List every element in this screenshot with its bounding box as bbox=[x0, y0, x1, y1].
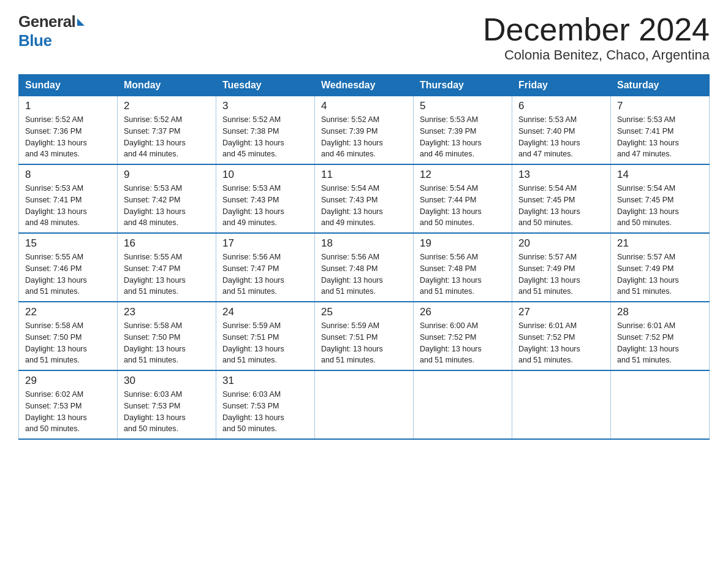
day-number: 25 bbox=[321, 306, 407, 318]
day-number: 16 bbox=[124, 237, 210, 250]
day-info: Sunrise: 6:03 AM Sunset: 7:53 PM Dayligh… bbox=[124, 389, 210, 435]
day-number: 28 bbox=[617, 306, 703, 318]
day-number: 15 bbox=[25, 237, 111, 250]
calendar-cell: 31 Sunrise: 6:03 AM Sunset: 7:53 PM Dayl… bbox=[216, 370, 315, 439]
logo-blue-text: Blue bbox=[18, 31, 51, 50]
calendar-cell: 27 Sunrise: 6:01 AM Sunset: 7:52 PM Dayl… bbox=[512, 302, 611, 370]
calendar-cell: 24 Sunrise: 5:59 AM Sunset: 7:51 PM Dayl… bbox=[216, 302, 315, 370]
day-number: 11 bbox=[321, 169, 407, 181]
calendar-cell: 2 Sunrise: 5:52 AM Sunset: 7:37 PM Dayli… bbox=[118, 96, 216, 165]
calendar-cell: 26 Sunrise: 6:00 AM Sunset: 7:52 PM Dayl… bbox=[414, 302, 512, 370]
calendar-cell: 15 Sunrise: 5:55 AM Sunset: 7:46 PM Dayl… bbox=[19, 233, 118, 302]
calendar-week-row: 29 Sunrise: 6:02 AM Sunset: 7:53 PM Dayl… bbox=[19, 370, 710, 439]
day-number: 7 bbox=[617, 100, 703, 112]
logo: General Blue bbox=[18, 12, 85, 50]
day-info: Sunrise: 5:54 AM Sunset: 7:44 PM Dayligh… bbox=[420, 183, 506, 229]
day-info: Sunrise: 5:53 AM Sunset: 7:42 PM Dayligh… bbox=[124, 183, 210, 229]
day-info: Sunrise: 5:56 AM Sunset: 7:48 PM Dayligh… bbox=[420, 251, 506, 297]
calendar-cell: 29 Sunrise: 6:02 AM Sunset: 7:53 PM Dayl… bbox=[19, 370, 118, 439]
day-number: 29 bbox=[25, 375, 111, 387]
calendar-header-row: SundayMondayTuesdayWednesdayThursdayFrid… bbox=[19, 75, 710, 96]
day-number: 27 bbox=[518, 306, 604, 318]
day-number: 3 bbox=[222, 100, 308, 112]
day-number: 19 bbox=[420, 237, 506, 250]
calendar-table: SundayMondayTuesdayWednesdayThursdayFrid… bbox=[18, 74, 710, 440]
day-number: 5 bbox=[420, 100, 506, 112]
column-header-friday: Friday bbox=[512, 75, 611, 96]
day-info: Sunrise: 6:03 AM Sunset: 7:53 PM Dayligh… bbox=[222, 389, 308, 435]
day-info: Sunrise: 5:57 AM Sunset: 7:49 PM Dayligh… bbox=[617, 251, 703, 297]
calendar-cell bbox=[315, 370, 414, 439]
day-info: Sunrise: 5:53 AM Sunset: 7:41 PM Dayligh… bbox=[25, 183, 111, 229]
day-info: Sunrise: 6:01 AM Sunset: 7:52 PM Dayligh… bbox=[617, 320, 703, 366]
calendar-cell: 25 Sunrise: 5:59 AM Sunset: 7:51 PM Dayl… bbox=[315, 302, 414, 370]
day-info: Sunrise: 5:52 AM Sunset: 7:36 PM Dayligh… bbox=[25, 114, 111, 160]
calendar-cell: 12 Sunrise: 5:54 AM Sunset: 7:44 PM Dayl… bbox=[414, 164, 512, 233]
calendar-week-row: 22 Sunrise: 5:58 AM Sunset: 7:50 PM Dayl… bbox=[19, 302, 710, 370]
day-info: Sunrise: 5:53 AM Sunset: 7:39 PM Dayligh… bbox=[420, 114, 506, 160]
calendar-week-row: 1 Sunrise: 5:52 AM Sunset: 7:36 PM Dayli… bbox=[19, 96, 710, 165]
day-info: Sunrise: 5:52 AM Sunset: 7:37 PM Dayligh… bbox=[124, 114, 210, 160]
calendar-cell: 22 Sunrise: 5:58 AM Sunset: 7:50 PM Dayl… bbox=[19, 302, 118, 370]
day-info: Sunrise: 5:54 AM Sunset: 7:45 PM Dayligh… bbox=[518, 183, 604, 229]
day-info: Sunrise: 5:55 AM Sunset: 7:47 PM Dayligh… bbox=[124, 251, 210, 297]
calendar-cell: 16 Sunrise: 5:55 AM Sunset: 7:47 PM Dayl… bbox=[118, 233, 216, 302]
day-number: 30 bbox=[124, 375, 210, 387]
day-info: Sunrise: 5:53 AM Sunset: 7:40 PM Dayligh… bbox=[518, 114, 604, 160]
day-info: Sunrise: 6:02 AM Sunset: 7:53 PM Dayligh… bbox=[25, 389, 111, 435]
calendar-cell: 19 Sunrise: 5:56 AM Sunset: 7:48 PM Dayl… bbox=[414, 233, 512, 302]
title-block: December 2024 Colonia Benitez, Chaco, Ar… bbox=[483, 12, 710, 63]
calendar-title: December 2024 bbox=[483, 12, 710, 47]
calendar-cell bbox=[414, 370, 512, 439]
calendar-cell bbox=[512, 370, 611, 439]
day-info: Sunrise: 5:53 AM Sunset: 7:43 PM Dayligh… bbox=[222, 183, 308, 229]
page-header: General Blue December 2024 Colonia Benit… bbox=[18, 12, 710, 63]
column-header-tuesday: Tuesday bbox=[216, 75, 315, 96]
logo-general-text: General bbox=[18, 12, 75, 31]
day-info: Sunrise: 5:58 AM Sunset: 7:50 PM Dayligh… bbox=[25, 320, 111, 366]
day-number: 23 bbox=[124, 306, 210, 318]
calendar-cell: 23 Sunrise: 5:58 AM Sunset: 7:50 PM Dayl… bbox=[118, 302, 216, 370]
calendar-week-row: 15 Sunrise: 5:55 AM Sunset: 7:46 PM Dayl… bbox=[19, 233, 710, 302]
day-number: 13 bbox=[518, 169, 604, 181]
day-info: Sunrise: 5:53 AM Sunset: 7:41 PM Dayligh… bbox=[617, 114, 703, 160]
calendar-cell: 30 Sunrise: 6:03 AM Sunset: 7:53 PM Dayl… bbox=[118, 370, 216, 439]
day-number: 18 bbox=[321, 237, 407, 250]
calendar-cell bbox=[611, 370, 710, 439]
calendar-week-row: 8 Sunrise: 5:53 AM Sunset: 7:41 PM Dayli… bbox=[19, 164, 710, 233]
column-header-thursday: Thursday bbox=[414, 75, 512, 96]
day-info: Sunrise: 5:52 AM Sunset: 7:39 PM Dayligh… bbox=[321, 114, 407, 160]
day-number: 9 bbox=[124, 169, 210, 181]
day-info: Sunrise: 5:55 AM Sunset: 7:46 PM Dayligh… bbox=[25, 251, 111, 297]
column-header-saturday: Saturday bbox=[611, 75, 710, 96]
day-number: 4 bbox=[321, 100, 407, 112]
day-number: 31 bbox=[222, 375, 308, 387]
calendar-cell: 1 Sunrise: 5:52 AM Sunset: 7:36 PM Dayli… bbox=[19, 96, 118, 165]
calendar-cell: 9 Sunrise: 5:53 AM Sunset: 7:42 PM Dayli… bbox=[118, 164, 216, 233]
day-info: Sunrise: 5:59 AM Sunset: 7:51 PM Dayligh… bbox=[321, 320, 407, 366]
day-number: 2 bbox=[124, 100, 210, 112]
column-header-wednesday: Wednesday bbox=[315, 75, 414, 96]
day-info: Sunrise: 5:54 AM Sunset: 7:43 PM Dayligh… bbox=[321, 183, 407, 229]
calendar-cell: 17 Sunrise: 5:56 AM Sunset: 7:47 PM Dayl… bbox=[216, 233, 315, 302]
day-number: 1 bbox=[25, 100, 111, 112]
calendar-cell: 21 Sunrise: 5:57 AM Sunset: 7:49 PM Dayl… bbox=[611, 233, 710, 302]
day-info: Sunrise: 5:56 AM Sunset: 7:48 PM Dayligh… bbox=[321, 251, 407, 297]
day-info: Sunrise: 5:58 AM Sunset: 7:50 PM Dayligh… bbox=[124, 320, 210, 366]
column-header-monday: Monday bbox=[118, 75, 216, 96]
day-number: 8 bbox=[25, 169, 111, 181]
calendar-cell: 6 Sunrise: 5:53 AM Sunset: 7:40 PM Dayli… bbox=[512, 96, 611, 165]
day-info: Sunrise: 5:57 AM Sunset: 7:49 PM Dayligh… bbox=[518, 251, 604, 297]
day-number: 17 bbox=[222, 237, 308, 250]
calendar-cell: 3 Sunrise: 5:52 AM Sunset: 7:38 PM Dayli… bbox=[216, 96, 315, 165]
calendar-cell: 11 Sunrise: 5:54 AM Sunset: 7:43 PM Dayl… bbox=[315, 164, 414, 233]
calendar-cell: 7 Sunrise: 5:53 AM Sunset: 7:41 PM Dayli… bbox=[611, 96, 710, 165]
day-info: Sunrise: 6:00 AM Sunset: 7:52 PM Dayligh… bbox=[420, 320, 506, 366]
day-number: 22 bbox=[25, 306, 111, 318]
day-info: Sunrise: 5:59 AM Sunset: 7:51 PM Dayligh… bbox=[222, 320, 308, 366]
day-info: Sunrise: 5:56 AM Sunset: 7:47 PM Dayligh… bbox=[222, 251, 308, 297]
day-number: 26 bbox=[420, 306, 506, 318]
calendar-cell: 4 Sunrise: 5:52 AM Sunset: 7:39 PM Dayli… bbox=[315, 96, 414, 165]
day-number: 6 bbox=[518, 100, 604, 112]
calendar-cell: 10 Sunrise: 5:53 AM Sunset: 7:43 PM Dayl… bbox=[216, 164, 315, 233]
